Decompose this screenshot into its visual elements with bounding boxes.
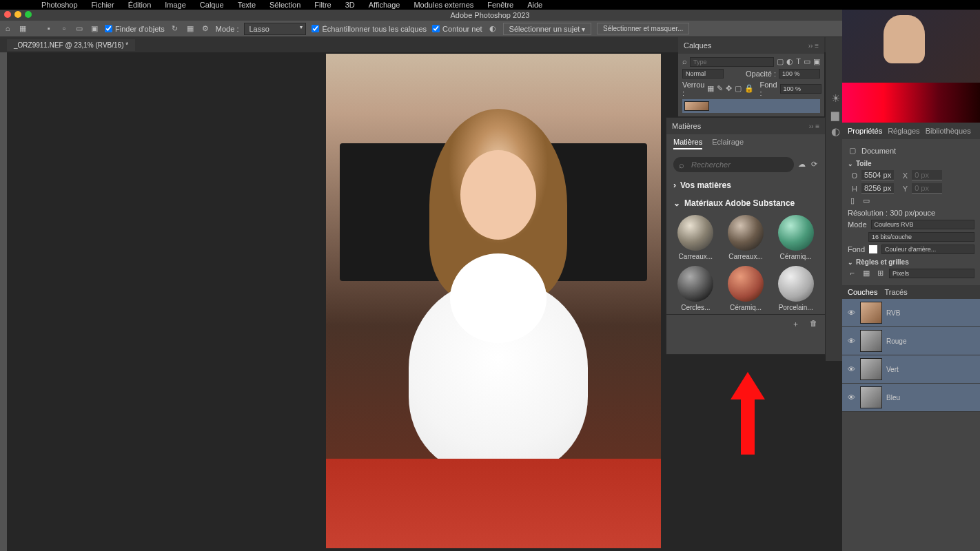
orient-portrait-icon[interactable]: ▯ [848,196,857,206]
add-material-icon[interactable]: ＋ [790,319,800,329]
visibility-icon[interactable]: 👁 [846,393,856,402]
grid-icon[interactable]: ▦ [861,269,871,278]
document-icon: ▢ [848,146,857,156]
brightness-icon[interactable]: ☀ [830,92,840,102]
cloud-sync-icon[interactable]: ⟳ [810,160,819,169]
cloud-download-icon[interactable]: ☁ [798,160,806,169]
adjust-icon[interactable]: ◐ [830,125,840,135]
tab-paths[interactable]: Tracés [884,288,907,296]
layer-thumbnail[interactable] [684,101,709,111]
material-item[interactable]: Carreaux... [724,215,768,260]
tab-libraries[interactable]: Bibliothèques [926,125,971,136]
ruler-icon[interactable]: ⌐ [848,269,857,278]
document-tab[interactable]: _ORZ9911.NEF @ 23,1% (RVB/16) * [7,39,135,51]
tab-materials[interactable]: Matières [673,138,702,149]
menu-item[interactable]: Aide [527,1,542,9]
adobe-materials-section[interactable]: Matériaux Adobe Substance [666,194,825,212]
material-item[interactable]: Céramiq... [773,215,818,260]
layers-panel-header[interactable]: Calques›› ≡ [678,37,824,54]
new-selection-icon[interactable]: ▪ [44,24,54,34]
menu-item[interactable]: Édition [128,1,152,9]
menu-item[interactable]: Calque [200,1,224,9]
guides-icon[interactable]: ⊞ [875,269,885,278]
show-icon[interactable]: ▦ [185,24,195,34]
material-item[interactable]: Cercles... [673,266,718,311]
background-label: Fond [848,245,865,253]
filter-smart-icon[interactable]: ▣ [813,57,820,67]
material-item[interactable]: Céramiq... [724,266,768,311]
intersect-selection-icon[interactable]: ▣ [90,24,99,34]
lock-pixels-icon[interactable]: ✎ [717,84,723,94]
background-dropdown[interactable]: Couleur d'arrière... [881,245,974,254]
filter-shape-icon[interactable]: ▭ [804,57,810,67]
menu-item[interactable]: Affichage [369,1,400,9]
channel-row[interactable]: 👁Rouge [842,327,980,355]
home-icon[interactable]: ⌂ [3,24,12,34]
menu-item[interactable]: Texte [238,1,256,9]
menu-item[interactable]: Sélection [269,1,300,9]
menu-item[interactable]: Image [165,1,186,9]
blend-mode-dropdown[interactable]: Normal [682,69,724,79]
lock-artboard-icon[interactable]: ▢ [735,84,742,94]
layer-filter-input[interactable] [690,57,774,67]
brush-angle-icon[interactable]: ◐ [488,24,498,34]
your-materials-section[interactable]: Vos matières [666,176,825,194]
menu-item[interactable]: Modules externes [414,1,473,9]
ruler-units-dropdown[interactable]: Pixels [889,269,974,278]
y-value[interactable]: 0 px [912,183,942,194]
color-picker[interactable] [842,83,980,123]
menu-item[interactable]: Photoshop [41,1,78,9]
tab-channels[interactable]: Couches [848,288,877,296]
refresh-icon[interactable]: ↻ [170,24,180,34]
fill-value[interactable]: 100 % [780,84,821,94]
add-selection-icon[interactable]: ▫ [59,24,69,34]
visibility-icon[interactable]: 👁 [846,309,856,317]
opacity-value[interactable]: 100 % [779,69,820,79]
menu-item[interactable]: Fichier [92,1,114,9]
object-finder-check[interactable]: Finder d'objets [105,25,165,33]
material-item[interactable]: Porcelain... [773,266,818,311]
lock-all-icon[interactable]: 🔒 [744,84,754,94]
visibility-icon[interactable]: 👁 [846,337,856,345]
bit-depth-dropdown[interactable]: 16 bits/couche [868,232,974,242]
x-value[interactable]: 0 px [912,170,942,180]
canvas-section-header[interactable]: Toile [848,160,974,167]
menu-item[interactable]: Filtre [314,1,331,9]
gear-icon[interactable]: ⚙ [201,24,210,34]
color-mode-dropdown[interactable]: Couleurs RVB [871,220,974,229]
lock-position-icon[interactable]: ✥ [726,84,732,94]
width-value[interactable]: 5504 px [861,170,894,180]
subtract-selection-icon[interactable]: ▭ [74,24,84,34]
rulers-section-header[interactable]: Règles et grilles [848,258,974,266]
mode-dropdown[interactable]: Lasso [244,23,306,35]
visibility-icon[interactable]: 👁 [846,365,856,373]
histogram-icon[interactable]: ▆ [830,109,840,118]
toolbar-strip[interactable] [0,52,7,551]
trash-icon[interactable]: 🗑 [808,319,818,329]
filter-image-icon[interactable]: ▢ [777,57,784,67]
menu-item[interactable]: Fenêtre [487,1,513,9]
materials-search-input[interactable] [673,157,794,172]
search-icon[interactable]: ⌕ [682,57,687,67]
bg-swatch[interactable] [869,245,877,253]
channel-row[interactable]: 👁Bleu [842,384,980,412]
select-and-mask-button[interactable]: Sélectionner et masquer... [597,23,689,34]
window-controls[interactable] [4,11,32,18]
filter-text-icon[interactable]: T [796,57,801,67]
orient-landscape-icon[interactable]: ▭ [861,196,871,206]
height-value[interactable]: 8256 px [861,183,894,194]
hard-edge-check[interactable]: Contour net [432,25,482,33]
tab-adjustments[interactable]: Réglages [888,125,919,136]
channel-row[interactable]: 👁RVB [842,299,980,327]
select-subject-button[interactable]: Sélectionner un sujet ▾ [503,23,592,35]
tab-lighting[interactable]: Eclairage [712,138,744,149]
tab-properties[interactable]: Propriétés [848,125,882,136]
tool-icon[interactable]: ▦ [18,24,28,34]
channel-row[interactable]: 👁Vert [842,355,980,384]
filter-adjust-icon[interactable]: ◐ [786,57,793,67]
sample-all-check[interactable]: Échantillonner tous les calques [312,25,427,33]
material-item[interactable]: Carreaux... [673,215,718,260]
lock-transparent-icon[interactable]: ▦ [707,84,714,94]
materials-panel-header[interactable]: Matières›› ≡ [666,118,825,134]
menu-item[interactable]: 3D [345,1,355,9]
